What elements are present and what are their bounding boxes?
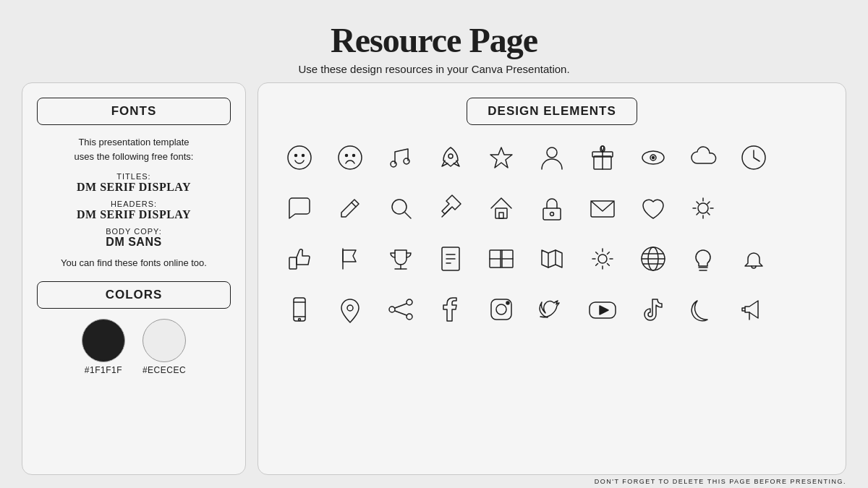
icon-tiktok: [629, 287, 677, 332]
titles-font: DM SERIF DISPLAY: [37, 181, 231, 194]
svg-rect-36: [289, 257, 297, 269]
icon-pencil: [326, 186, 374, 231]
find-fonts-text: You can find these fonts online too.: [37, 257, 231, 268]
icon-twitter: [528, 287, 576, 332]
svg-marker-9: [490, 147, 512, 168]
svg-line-34: [707, 202, 710, 204]
icon-mail: [579, 186, 626, 231]
svg-point-2: [302, 155, 304, 157]
svg-point-3: [339, 146, 362, 169]
titles-label: TITLES:: [37, 172, 231, 181]
svg-line-32: [697, 202, 699, 204]
svg-point-7: [404, 158, 409, 164]
svg-rect-24: [543, 208, 561, 220]
headers-label: HEADERS:: [37, 200, 231, 208]
svg-line-33: [707, 213, 710, 215]
svg-point-27: [698, 203, 708, 213]
svg-marker-75: [600, 306, 608, 314]
icon-facebook: [427, 287, 475, 332]
svg-line-70: [395, 311, 407, 315]
font-entry-headers: HEADERS: DM SERIF DISPLAY: [37, 200, 231, 221]
icon-moon: [680, 287, 728, 332]
svg-point-1: [294, 155, 297, 157]
icon-empty5: [780, 287, 828, 332]
fonts-label: FONTS: [111, 104, 157, 118]
icon-empty1: [780, 135, 828, 180]
icon-megaphone: [730, 287, 778, 332]
icon-instagram: [477, 287, 525, 332]
icon-sad: [326, 135, 374, 180]
icon-sun: [680, 186, 728, 231]
icon-smiley: [276, 135, 323, 180]
svg-point-6: [391, 161, 396, 167]
body-label: BODY COPY:: [37, 227, 231, 236]
icon-lock: [528, 186, 576, 231]
headers-font: DM SERIF DISPLAY: [37, 208, 231, 221]
color-swatches: #1F1F1F #ECECEC: [37, 319, 231, 375]
svg-line-35: [697, 213, 699, 215]
svg-point-16: [652, 157, 654, 159]
icon-globe: [629, 236, 677, 281]
svg-point-64: [298, 319, 300, 321]
icon-person: [528, 135, 576, 180]
icon-pin: [427, 186, 475, 231]
colors-header-box: COLORS: [37, 281, 231, 309]
icon-eye: [629, 135, 677, 180]
color-circle-dark: [82, 319, 125, 362]
color-circle-light: [142, 319, 186, 362]
svg-point-25: [550, 213, 553, 216]
svg-rect-22: [495, 208, 507, 218]
colors-section: COLORS #1F1F1F #ECECEC: [37, 281, 231, 375]
svg-point-67: [407, 314, 412, 320]
icon-empty3: [780, 186, 828, 231]
color-hex-dark: #1F1F1F: [85, 365, 122, 375]
svg-rect-23: [499, 213, 503, 218]
svg-point-72: [496, 304, 506, 314]
page-subtitle: Use these design resources in your Canva…: [298, 63, 569, 75]
svg-point-65: [347, 305, 353, 311]
icon-star: [477, 135, 525, 180]
icon-clock: [730, 135, 778, 180]
svg-point-4: [345, 155, 347, 157]
svg-point-53: [598, 254, 607, 263]
icon-thumbsup: [276, 236, 323, 281]
svg-line-69: [395, 304, 407, 308]
icon-bell: [730, 236, 778, 281]
icons-grid: [276, 135, 828, 332]
icon-phone: [276, 287, 323, 332]
icon-heart: [629, 186, 677, 231]
color-swatch-light: #ECECEC: [142, 319, 186, 375]
svg-point-0: [288, 146, 311, 169]
color-hex-light: #ECECEC: [142, 365, 186, 375]
page-header: Resource Page Use these design resources…: [298, 0, 569, 82]
icon-bulb: [680, 236, 728, 281]
svg-point-19: [392, 200, 407, 214]
icon-flag: [326, 236, 374, 281]
svg-rect-61: [294, 298, 305, 321]
svg-point-68: [389, 307, 395, 312]
svg-point-10: [547, 147, 557, 158]
font-entry-body: BODY COPY: DM SANS: [37, 227, 231, 249]
icon-music: [377, 135, 425, 180]
left-panel: FONTS This presentation template uses th…: [22, 82, 246, 475]
icon-document: [427, 236, 475, 281]
icon-chat: [276, 186, 323, 231]
svg-point-66: [407, 299, 412, 305]
icon-rocket: [427, 135, 475, 180]
icon-empty2: [730, 186, 778, 231]
icon-share: [377, 287, 425, 332]
icon-home: [477, 186, 525, 231]
icon-map: [528, 236, 576, 281]
svg-line-20: [405, 213, 411, 218]
footer-note: DON'T FORGET TO DELETE THIS PAGE BEFORE …: [0, 475, 868, 488]
right-panel: DESIGN ELEMENTS: [258, 82, 846, 475]
fonts-header-box: FONTS: [37, 98, 231, 125]
svg-line-18: [352, 202, 356, 207]
fonts-description: This presentation template uses the foll…: [37, 135, 231, 163]
icon-settings: [579, 236, 626, 281]
svg-point-73: [506, 301, 509, 304]
svg-marker-50: [542, 250, 562, 267]
icon-search: [377, 186, 425, 231]
icon-gift: [579, 135, 626, 180]
page-title: Resource Page: [298, 20, 569, 60]
